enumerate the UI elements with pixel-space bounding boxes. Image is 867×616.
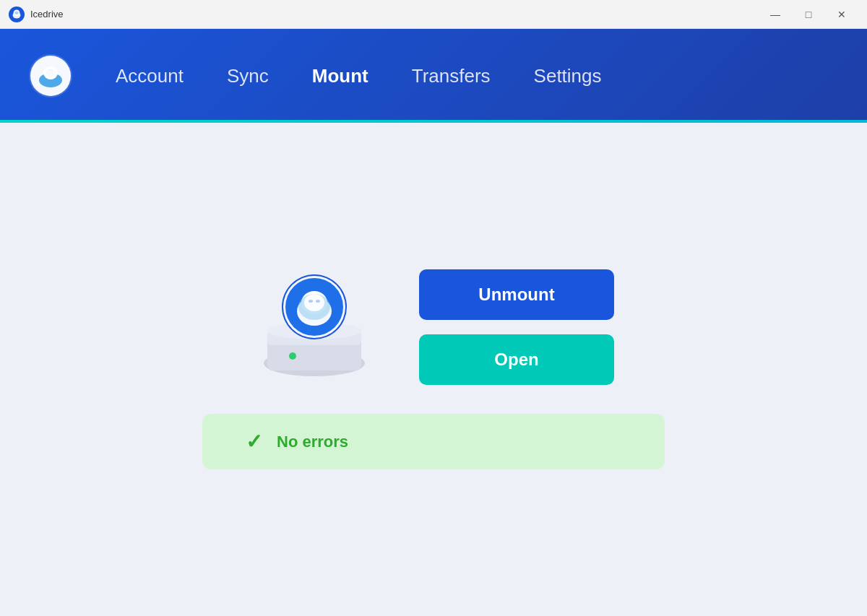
svg-point-25 (316, 300, 320, 303)
svg-point-16 (289, 352, 296, 360)
titlebar-left: Icedrive (9, 6, 64, 22)
nav-item-settings[interactable]: Settings (534, 59, 602, 93)
status-text: No errors (277, 433, 348, 451)
mount-area: Unmount Open (253, 269, 614, 385)
nav-item-mount[interactable]: Mount (312, 59, 368, 93)
checkmark-icon: ✓ (246, 430, 262, 454)
drive-icon (253, 269, 376, 385)
open-button[interactable]: Open (419, 334, 614, 385)
minimize-button[interactable]: — (759, 3, 792, 26)
nav-item-account[interactable]: Account (116, 59, 184, 93)
close-button[interactable]: ✕ (825, 3, 858, 26)
nav-item-sync[interactable]: Sync (227, 59, 269, 93)
nav-items: Account Sync Mount Transfers Settings (116, 59, 838, 93)
svg-point-24 (309, 300, 313, 303)
svg-point-23 (304, 294, 324, 311)
status-bar: ✓ No errors (202, 414, 665, 469)
app-title: Icedrive (30, 9, 64, 19)
svg-point-10 (45, 69, 56, 79)
maximize-button[interactable]: □ (792, 3, 825, 26)
unmount-button[interactable]: Unmount (419, 269, 614, 320)
nav-item-transfers[interactable]: Transfers (412, 59, 491, 93)
window-controls: — □ ✕ (759, 3, 858, 26)
app-logo-icon (9, 6, 25, 22)
navbar: Account Sync Mount Transfers Settings (0, 29, 867, 123)
main-content: Unmount Open ✓ No errors (0, 123, 867, 616)
button-group: Unmount Open (419, 269, 614, 385)
svg-point-3 (14, 11, 19, 14)
nav-logo-icon (29, 54, 72, 97)
titlebar: Icedrive — □ ✕ (0, 0, 867, 29)
